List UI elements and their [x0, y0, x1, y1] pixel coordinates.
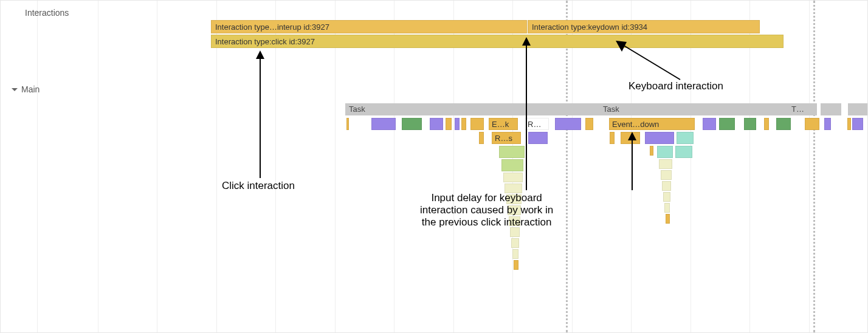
flame-block[interactable]	[430, 118, 443, 130]
arrow-icon	[522, 37, 531, 190]
flame-block[interactable]	[346, 118, 349, 130]
flame-block[interactable]	[847, 118, 851, 130]
main-task[interactable]	[848, 103, 867, 115]
flame-block[interactable]	[402, 118, 422, 130]
interaction-keydown[interactable]: Interaction type:keydown id:3934	[528, 20, 760, 33]
flame-block[interactable]	[446, 118, 452, 130]
flame-block[interactable]	[503, 173, 523, 182]
svg-marker-1	[256, 50, 264, 59]
annotation-input-delay: Input delay for keyboard interaction cau…	[420, 192, 553, 228]
flame-block-event[interactable]: E…k	[489, 118, 518, 130]
collapse-triangle-icon	[12, 88, 18, 91]
track-label-interactions: Interactions	[25, 8, 69, 18]
flame-block[interactable]	[663, 192, 670, 202]
flame-block[interactable]	[511, 238, 519, 248]
flame-block[interactable]	[719, 118, 735, 130]
arrow-icon	[255, 50, 265, 178]
svg-marker-3	[522, 37, 531, 46]
flame-block[interactable]	[703, 118, 716, 130]
flame-block[interactable]	[662, 181, 671, 191]
flame-block[interactable]	[470, 118, 484, 130]
flame-block[interactable]	[677, 132, 694, 144]
flame-block[interactable]	[645, 132, 674, 144]
flame-block[interactable]	[675, 146, 692, 158]
flame-block[interactable]	[610, 132, 615, 144]
flame-block[interactable]	[585, 118, 593, 130]
main-task[interactable]: T…	[788, 103, 817, 115]
flame-block-event[interactable]: R…s	[492, 132, 521, 144]
flame-block[interactable]	[661, 170, 672, 180]
main-task[interactable]	[830, 103, 841, 115]
flame-block-event[interactable]: Event…down	[609, 118, 695, 130]
timeline-grid	[1, 1, 867, 332]
timeline-marker	[566, 1, 568, 332]
flame-block[interactable]	[824, 118, 831, 130]
svg-marker-7	[628, 132, 636, 140]
timeline-marker	[813, 1, 815, 332]
flame-block[interactable]	[501, 159, 523, 171]
flame-block[interactable]	[512, 249, 518, 259]
main-task[interactable]: Task	[599, 103, 791, 115]
svg-line-4	[622, 44, 680, 80]
flame-block[interactable]	[744, 118, 756, 130]
flame-block[interactable]	[461, 118, 466, 130]
flame-block[interactable]	[776, 118, 791, 130]
flame-block[interactable]	[510, 227, 520, 237]
flame-block[interactable]	[499, 146, 525, 158]
arrow-icon	[613, 38, 686, 82]
flame-block[interactable]	[666, 214, 670, 224]
flame-block[interactable]	[555, 118, 581, 130]
flame-block[interactable]	[514, 260, 518, 270]
annotation-keyboard: Keyboard interaction	[629, 80, 723, 92]
main-task[interactable]: Task	[345, 103, 602, 115]
flame-block[interactable]	[764, 118, 769, 130]
flame-block[interactable]	[455, 118, 460, 130]
interaction-click[interactable]: Interaction type:click id:3927	[211, 35, 784, 48]
flame-block[interactable]	[664, 203, 670, 213]
flame-block[interactable]	[650, 146, 653, 156]
flame-block[interactable]	[479, 132, 484, 144]
interaction-pointerup[interactable]: Interaction type…interup id:3927	[211, 20, 527, 33]
flame-block[interactable]	[805, 118, 819, 130]
arrow-icon	[627, 132, 637, 190]
flame-block[interactable]	[659, 159, 672, 169]
flame-block[interactable]	[852, 118, 863, 130]
track-label-main[interactable]: Main	[12, 84, 40, 94]
annotation-click: Click interaction	[222, 180, 295, 192]
flame-block[interactable]	[657, 146, 673, 158]
flame-block[interactable]	[371, 118, 396, 130]
